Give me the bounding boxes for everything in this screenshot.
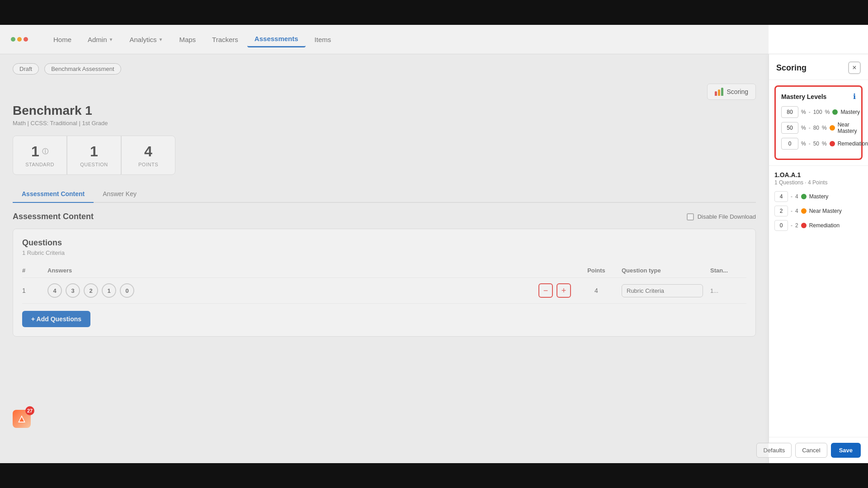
tags-row: Draft Benchmark Assessment bbox=[13, 63, 756, 75]
mastery-label: Mastery bbox=[840, 109, 860, 115]
std-near-mastery-row: - 4 Near Mastery bbox=[774, 206, 863, 216]
answer-badge-2: 2 bbox=[84, 283, 98, 298]
close-panel-button[interactable]: × bbox=[848, 61, 861, 74]
bar-orange bbox=[718, 89, 720, 96]
std-near-mastery-dot bbox=[801, 208, 807, 214]
near-mastery-color-dot bbox=[830, 125, 835, 131]
stats-row: 1 ⓘ STANDARD 1 QUESTION 4 POINTS bbox=[13, 136, 756, 175]
bar-green bbox=[721, 88, 723, 96]
save-button[interactable]: Save bbox=[831, 443, 861, 458]
mastery-levels-section: Mastery Levels ℹ % - 100 % Mastery % bbox=[774, 85, 863, 160]
col-std-header: Stan... bbox=[710, 267, 746, 274]
question-points: 4 bbox=[578, 287, 614, 294]
nav-analytics[interactable]: Analytics ▼ bbox=[122, 32, 170, 47]
stat-points: 4 POINTS bbox=[121, 136, 175, 175]
disable-download-checkbox[interactable] bbox=[687, 213, 694, 221]
section-header: Assessment Content Disable File Download bbox=[13, 212, 756, 221]
questions-table-header: # Answers Points Question type Stan... bbox=[22, 263, 746, 278]
mastery-row-near-mastery: % - 80 % Near Mastery bbox=[781, 122, 856, 134]
tabs-row: Assessment Content Answer Key bbox=[13, 186, 756, 203]
add-questions-button[interactable]: + Add Questions bbox=[22, 311, 90, 327]
std-remediation-row: - 2 Remediation bbox=[774, 220, 863, 231]
nav-admin[interactable]: Admin ▼ bbox=[80, 32, 120, 47]
analytics-chevron-icon: ▼ bbox=[158, 37, 163, 42]
nav-logo bbox=[11, 37, 28, 42]
answer-badge-3: 3 bbox=[66, 283, 80, 298]
answer-badge-0: 0 bbox=[120, 283, 134, 298]
notification-badge[interactable]: 27 bbox=[13, 410, 35, 432]
disable-download-label: Disable File Download bbox=[698, 213, 756, 220]
questions-title: Questions bbox=[22, 238, 746, 248]
benchmark-tag[interactable]: Benchmark Assessment bbox=[44, 63, 121, 75]
std-near-mastery-min-input[interactable] bbox=[774, 206, 788, 216]
question-type-select[interactable]: Rubric Criteria Multiple Choice True/Fal… bbox=[622, 284, 703, 297]
mastery-min-input[interactable] bbox=[781, 106, 798, 118]
admin-chevron-icon: ▼ bbox=[109, 37, 113, 42]
remediation-color-dot bbox=[830, 141, 835, 146]
tab-answer-key[interactable]: Answer Key bbox=[94, 186, 146, 203]
bar-red bbox=[715, 91, 717, 96]
remediation-label: Remediation bbox=[838, 141, 868, 147]
col-qtype-header: Question type bbox=[622, 267, 703, 274]
question-standard: 1... bbox=[710, 287, 746, 294]
disable-download-row: Disable File Download bbox=[687, 213, 756, 221]
content-area: Draft Benchmark Assessment Scoring Bench… bbox=[0, 54, 868, 463]
assessment-header: Benchmark 1 Math | CCSS: Traditional | 1… bbox=[13, 103, 756, 127]
notification-icon: 27 bbox=[13, 410, 31, 428]
logo-dot-red bbox=[24, 37, 28, 42]
mastery-info-icon[interactable]: ℹ bbox=[853, 92, 856, 101]
standard-desc: 1 Questions · 4 Points bbox=[774, 179, 863, 186]
mastery-color-dot bbox=[832, 109, 838, 115]
draft-tag[interactable]: Draft bbox=[13, 63, 39, 75]
increment-button[interactable]: + bbox=[557, 283, 571, 298]
std-mastery-min-input[interactable] bbox=[774, 191, 788, 202]
std-mastery-dot bbox=[801, 194, 807, 199]
std-mastery-label: Mastery bbox=[809, 193, 829, 200]
stat-points-number: 4 bbox=[132, 143, 164, 160]
top-bar bbox=[0, 0, 868, 25]
content-section-title: Assessment Content bbox=[13, 212, 94, 221]
stat-question-label: QUESTION bbox=[78, 162, 110, 167]
nav-maps[interactable]: Maps bbox=[172, 32, 203, 47]
logo-dot-orange bbox=[17, 37, 22, 42]
std-remediation-label: Remediation bbox=[809, 222, 840, 229]
cancel-button[interactable]: Cancel bbox=[795, 443, 827, 458]
question-number: 1 bbox=[22, 287, 40, 294]
navbar: Home Admin ▼ Analytics ▼ Maps Trackers A… bbox=[0, 25, 868, 54]
nav-assessments[interactable]: Assessments bbox=[247, 31, 306, 47]
stat-question: 1 QUESTION bbox=[67, 136, 121, 175]
logo-dot-green bbox=[11, 37, 15, 42]
standard-id: 1.OA.A.1 bbox=[774, 171, 863, 178]
stat-standard: 1 ⓘ STANDARD bbox=[13, 136, 67, 175]
remediation-min-input[interactable] bbox=[781, 138, 798, 150]
mastery-row-remediation: % - 50 % Remediation bbox=[781, 138, 856, 150]
defaults-button[interactable]: Defaults bbox=[756, 443, 792, 458]
standard-section: 1.OA.A.1 1 Questions · 4 Points - 4 Mast… bbox=[769, 165, 868, 238]
scoring-panel-title: Scoring bbox=[776, 63, 807, 73]
nav-trackers[interactable]: Trackers bbox=[205, 32, 245, 47]
std-near-mastery-label: Near Mastery bbox=[809, 208, 842, 214]
mastery-levels-header: Mastery Levels ℹ bbox=[781, 92, 856, 101]
nav-items: Home Admin ▼ Analytics ▼ Maps Trackers A… bbox=[46, 31, 857, 47]
tab-assessment-content[interactable]: Assessment Content bbox=[13, 186, 94, 203]
nav-home[interactable]: Home bbox=[46, 32, 79, 47]
decrement-button[interactable]: − bbox=[538, 283, 553, 298]
std-remediation-min-input[interactable] bbox=[774, 220, 788, 231]
col-hash-header: # bbox=[22, 267, 40, 274]
scoring-panel: Scoring × Mastery Levels ℹ % - 100 % Mas… bbox=[769, 54, 868, 463]
app-container: Home Admin ▼ Analytics ▼ Maps Trackers A… bbox=[0, 25, 868, 463]
stat-points-label: POINTS bbox=[132, 162, 164, 167]
near-mastery-min-input[interactable] bbox=[781, 122, 798, 134]
scoring-bars-icon bbox=[715, 88, 723, 96]
scoring-button[interactable]: Scoring bbox=[707, 84, 756, 100]
top-actions: Scoring bbox=[13, 84, 756, 100]
standard-info-icon[interactable]: ⓘ bbox=[42, 148, 48, 156]
panel-footer: Defaults Cancel Save bbox=[769, 437, 868, 463]
mastery-levels-title: Mastery Levels bbox=[781, 93, 826, 100]
questions-box: Questions 1 Rubric Criteria # Answers Po… bbox=[13, 229, 756, 337]
answer-badge-1: 1 bbox=[102, 283, 116, 298]
answer-badge-4: 4 bbox=[47, 283, 62, 298]
col-points-header: Points bbox=[578, 267, 614, 274]
nav-items[interactable]: Items bbox=[307, 32, 339, 47]
bottom-bar bbox=[0, 463, 868, 488]
